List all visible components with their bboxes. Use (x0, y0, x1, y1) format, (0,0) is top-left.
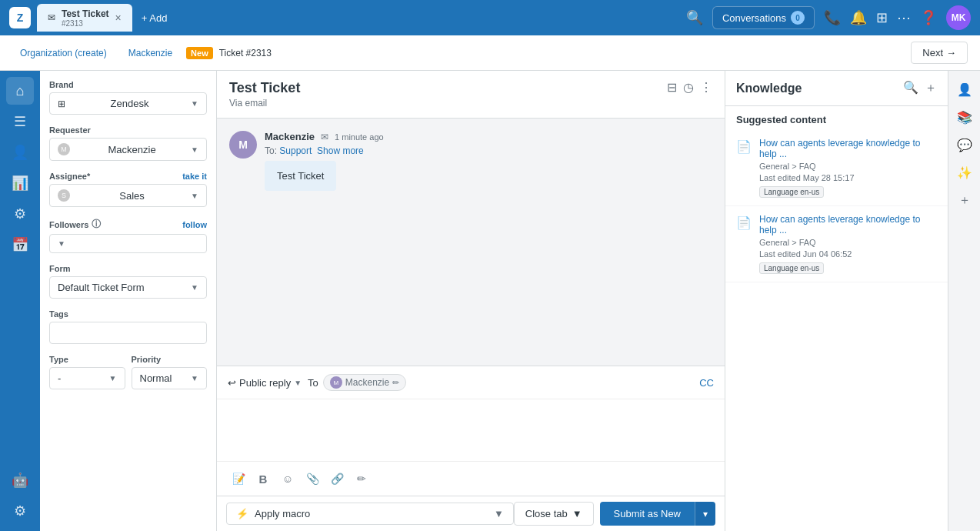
knowledge-item[interactable]: 📄 How can agents leverage knowledge to h… (725, 130, 948, 206)
rail-chat-icon[interactable]: 💬 (952, 132, 977, 157)
take-it-link[interactable]: take it (182, 172, 207, 181)
message-to-link[interactable]: Support (279, 145, 312, 156)
search-icon[interactable]: 🔍 (686, 9, 703, 26)
follow-link[interactable]: follow (182, 220, 207, 229)
type-select[interactable]: - ▼ (49, 367, 125, 389)
link-button[interactable]: 🔗 (326, 468, 348, 489)
message-sender-avatar: M (229, 131, 257, 159)
help-icon[interactable]: ❓ (920, 9, 937, 26)
knowledge-item-title-2: How can agents leverage knowledge to hel… (759, 214, 937, 235)
draft-button[interactable]: 📝 (228, 468, 249, 489)
bottom-right-actions: Close tab ▼ Submit as New ▾ (514, 502, 715, 526)
nav-calendar-icon[interactable]: 📅 (6, 231, 34, 259)
close-tab-label: Close tab (525, 508, 568, 519)
breadcrumb-status-badge: New (186, 47, 213, 59)
macro-icon: ⚡ (236, 508, 248, 519)
tags-label: Tags (49, 309, 207, 319)
requester-select[interactable]: M Mackenzie ▼ (49, 138, 207, 161)
breadcrumb-user[interactable]: Mackenzie (121, 45, 180, 62)
rail-user-icon[interactable]: 👤 (952, 77, 977, 102)
followers-field: Followers ⓘ follow ▼ (49, 218, 207, 253)
main-layout: ⌂ ☰ 👤 📊 ⚙ 📅 🤖 ⚙ Brand ⊞ Zendesk ▼ Reques… (0, 71, 980, 531)
assignee-avatar: S (58, 189, 70, 202)
reply-type-label: Public reply (239, 377, 291, 389)
message-sender-name: Mackenzie (265, 131, 315, 142)
close-tab-button[interactable]: Close tab ▼ (514, 502, 594, 526)
app-logo: Z (9, 7, 31, 28)
reply-body-input[interactable] (217, 399, 725, 461)
nav-users-icon[interactable]: 👤 (6, 139, 34, 166)
reply-to-avatar: M (330, 376, 342, 389)
conversations-button[interactable]: Conversations 0 (712, 6, 815, 29)
breadcrumb-org[interactable]: Organization (create) (12, 45, 115, 62)
knowledge-item-lang-2: Language en-us (759, 262, 824, 274)
apps-icon[interactable]: ⋯ (897, 9, 911, 26)
brand-icon: ⊞ (58, 99, 65, 109)
ticket-title: Test Ticket (229, 80, 300, 96)
knowledge-item-content-2: How can agents leverage knowledge to hel… (759, 214, 937, 274)
message-to-line: To: Support Show more (265, 145, 712, 156)
brand-select[interactable]: ⊞ Zendesk ▼ (49, 92, 207, 115)
assignee-label: Assignee* take it (49, 172, 207, 181)
rail-knowledge-icon[interactable]: 📚 (952, 105, 977, 129)
phone-icon[interactable]: 📞 (824, 9, 841, 26)
more-options-icon[interactable]: ⋮ (700, 80, 712, 95)
reply-type-arrow-icon: ▼ (294, 379, 302, 387)
next-button[interactable]: Next → (911, 42, 968, 64)
followers-info-icon[interactable]: ⓘ (92, 218, 101, 231)
priority-field: Priority Normal ▼ (132, 355, 208, 389)
attach-button[interactable]: 📎 (302, 468, 323, 489)
show-more-link[interactable]: Show more (317, 145, 364, 156)
nav-home-icon[interactable]: ⌂ (6, 77, 34, 105)
reply-type-button[interactable]: ↩ Public reply ▼ (228, 377, 302, 389)
ticket-tab[interactable]: ✉ Test Ticket #2313 × (37, 4, 132, 32)
assignee-field: Assignee* take it S Sales ▼ (49, 172, 207, 207)
emoji-button[interactable]: ☺ (277, 468, 298, 489)
form-select[interactable]: Default Ticket Form ▼ (49, 276, 207, 299)
nav-settings-bottom-icon[interactable]: ⚙ (6, 497, 34, 525)
followers-chevron-icon: ▼ (58, 239, 65, 248)
knowledge-item-2[interactable]: 📄 How can agents leverage knowledge to h… (725, 206, 948, 282)
nav-bot-icon[interactable]: 🤖 (6, 466, 34, 494)
reply-to-user-chip[interactable]: M Mackenzie ✏ (323, 374, 406, 391)
tags-field: Tags (49, 309, 207, 344)
type-field: Type - ▼ (49, 355, 125, 389)
reply-icon: ↩ (228, 377, 236, 389)
type-label: Type (49, 355, 125, 364)
knowledge-item-content-1: How can agents leverage knowledge to hel… (759, 138, 937, 198)
message-email-icon: ✉ (321, 132, 328, 142)
bell-icon[interactable]: 🔔 (850, 9, 867, 26)
add-tab-button[interactable]: + Add (135, 9, 174, 27)
nav-tickets-icon[interactable]: ☰ (6, 108, 34, 135)
rail-plus-icon[interactable]: ＋ (952, 188, 977, 212)
app-sidebar: ⌂ ☰ 👤 📊 ⚙ 📅 🤖 ⚙ (0, 71, 40, 531)
center-panel: Test Ticket Via email ⊟ ◷ ⋮ M Mackenzie … (217, 71, 725, 531)
macro-label: Apply macro (255, 508, 310, 519)
assignee-select[interactable]: S Sales ▼ (49, 184, 207, 207)
filter-icon[interactable]: ⊟ (667, 80, 677, 95)
submit-button[interactable]: Submit as New (600, 502, 695, 526)
knowledge-item-icon-2: 📄 (736, 215, 752, 274)
reply-cc-button[interactable]: CC (699, 377, 714, 389)
left-panel: Brand ⊞ Zendesk ▼ Requester M Mackenzie … (40, 71, 217, 531)
user-avatar[interactable]: MK (946, 5, 971, 30)
rail-sparkle-icon[interactable]: ✨ (952, 160, 977, 185)
requester-avatar: M (58, 143, 70, 155)
history-icon[interactable]: ◷ (683, 80, 694, 95)
knowledge-add-icon[interactable]: ＋ (925, 80, 937, 96)
apply-macro-button[interactable]: ⚡ Apply macro ▼ (226, 503, 514, 525)
topbar: Z ✉ Test Ticket #2313 × + Add 🔍 Conversa… (0, 0, 980, 35)
priority-select[interactable]: Normal ▼ (132, 367, 208, 389)
submit-dropdown-button[interactable]: ▾ (695, 502, 715, 526)
nav-reporting-icon[interactable]: 📊 (6, 169, 34, 197)
knowledge-search-icon[interactable]: 🔍 (903, 80, 918, 96)
tab-close-icon[interactable]: × (115, 12, 122, 24)
nav-admin-icon[interactable]: ⚙ (6, 200, 34, 228)
followers-select[interactable]: ▼ (49, 234, 207, 253)
knowledge-item-cat-2: General > FAQ (759, 238, 937, 247)
tags-input[interactable] (49, 322, 207, 344)
signature-button[interactable]: ✏ (351, 468, 372, 489)
format-button[interactable]: B (252, 468, 274, 489)
type-chevron-icon: ▼ (109, 374, 117, 382)
grid-icon[interactable]: ⊞ (876, 9, 888, 26)
